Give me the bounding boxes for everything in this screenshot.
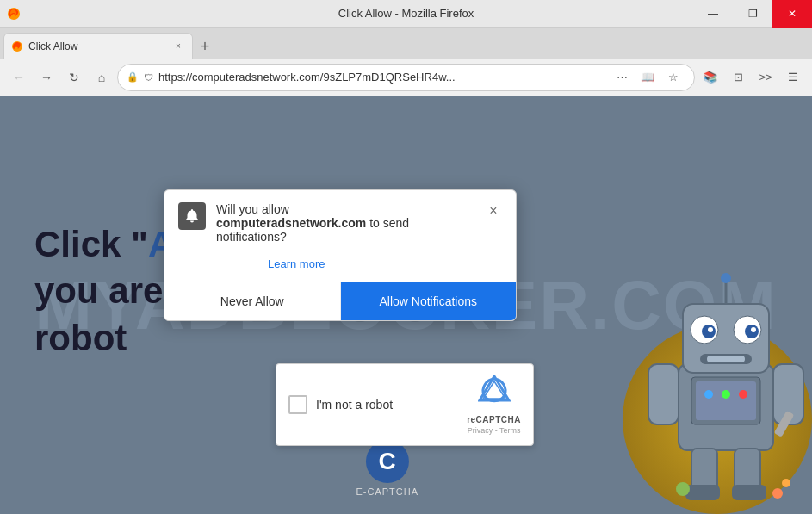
ecaptcha-logo: C E-CAPTCHA <box>356 440 418 497</box>
library-button[interactable]: 📚 <box>698 65 722 90</box>
svg-point-17 <box>722 390 730 399</box>
url-bar-actions: ⋯ 📖 ☆ <box>610 65 685 90</box>
bookmark-button[interactable]: ☆ <box>661 65 685 90</box>
reload-button[interactable]: ↻ <box>62 65 86 90</box>
ecaptcha-icon: C <box>366 440 409 483</box>
svg-point-18 <box>739 390 747 399</box>
back-button[interactable]: ← <box>7 65 31 90</box>
security-icon: 🔒 <box>127 71 139 83</box>
firefox-icon <box>7 7 21 21</box>
extensions-button[interactable]: >> <box>753 65 778 90</box>
notification-button-group: Never Allow Allow Notifications <box>164 282 516 320</box>
title-bar: Click Allow - Mozilla Firefox — ❐ ✕ <box>0 0 812 28</box>
svg-rect-24 <box>685 485 720 500</box>
learn-more-link[interactable]: Learn more <box>216 257 338 281</box>
notification-body: Will you allow computeradsnetwork.com to… <box>216 202 474 247</box>
window-controls: — ❐ ✕ <box>693 0 812 27</box>
svg-point-5 <box>721 273 731 283</box>
forward-button[interactable]: → <box>34 65 59 90</box>
more-button[interactable]: ⋯ <box>610 65 634 90</box>
tab-close-button[interactable]: × <box>171 40 185 53</box>
recaptcha-logo-area: reCAPTCHA Privacy - Terms <box>467 375 521 435</box>
active-tab[interactable]: Click Allow × <box>3 33 193 59</box>
lock-icon: 🛡 <box>144 72 153 83</box>
home-button[interactable]: ⌂ <box>90 65 114 90</box>
recaptcha-checkbox-area: I'm not a robot <box>288 395 455 414</box>
minimize-button[interactable]: — <box>693 0 733 28</box>
svg-point-11 <box>751 327 756 332</box>
text-click: Click " <box>34 223 148 263</box>
notification-will-text: Will you allow <box>216 202 289 216</box>
recaptcha-brand: reCAPTCHA <box>467 415 521 424</box>
restore-button[interactable]: ❐ <box>733 0 772 28</box>
ecaptcha-label: E-CAPTCHA <box>356 486 418 497</box>
svg-point-10 <box>708 327 713 332</box>
recaptcha-icon <box>478 375 511 413</box>
notification-header: Will you allow computeradsnetwork.com to… <box>164 190 516 256</box>
reader-button[interactable]: 📖 <box>635 65 660 90</box>
svg-rect-19 <box>648 364 679 424</box>
recaptcha-checkbox[interactable] <box>288 395 307 414</box>
recaptcha-label: I'm not a robot <box>316 398 393 412</box>
notification-domain: computeradsnetwork.com <box>216 216 366 230</box>
notification-popup: Will you allow computeradsnetwork.com to… <box>164 189 517 321</box>
notification-title: Will you allow computeradsnetwork.com to… <box>216 202 474 244</box>
page-content: MYADBLOCKER.COM Click "Allow" if you are… <box>0 96 812 514</box>
svg-rect-13 <box>707 356 745 362</box>
svg-point-26 <box>676 482 690 496</box>
svg-point-27 <box>772 488 783 499</box>
recaptcha-links: Privacy - Terms <box>468 426 521 435</box>
notification-close-button[interactable]: × <box>485 202 502 220</box>
tab-favicon <box>11 40 23 53</box>
tab-bar: Click Allow × + <box>0 28 812 59</box>
menu-button[interactable]: ☰ <box>781 65 805 90</box>
svg-rect-25 <box>732 485 766 500</box>
nav-bar: ← → ↻ ⌂ 🔒 🛡 https://computeradsnetwork.c… <box>0 59 812 96</box>
tab-title: Click Allow <box>28 40 166 53</box>
close-button[interactable]: ✕ <box>772 0 812 28</box>
page-text-line3: robot <box>34 314 294 362</box>
robot-mascot <box>640 261 812 514</box>
never-allow-button[interactable]: Never Allow <box>164 282 341 320</box>
sync-button[interactable]: ⊡ <box>726 65 750 90</box>
svg-point-16 <box>704 390 713 399</box>
svg-point-28 <box>782 479 790 487</box>
recaptcha-widget: I'm not a robot reCAPTCHA Privacy - Term… <box>276 363 534 446</box>
browser-window: Click Allow - Mozilla Firefox — ❐ ✕ Clic… <box>0 0 812 514</box>
url-bar[interactable]: 🔒 🛡 https://computeradsnetwork.com/9sZLP… <box>117 64 695 91</box>
svg-rect-15 <box>696 381 756 420</box>
url-text: https://computeradsnetwork.com/9sZLP7mD1… <box>158 71 604 84</box>
allow-notifications-button[interactable]: Allow Notifications <box>341 282 517 320</box>
notification-bell-icon <box>178 202 206 230</box>
new-tab-button[interactable]: + <box>193 34 217 59</box>
window-title: Click Allow - Mozilla Firefox <box>338 7 474 20</box>
